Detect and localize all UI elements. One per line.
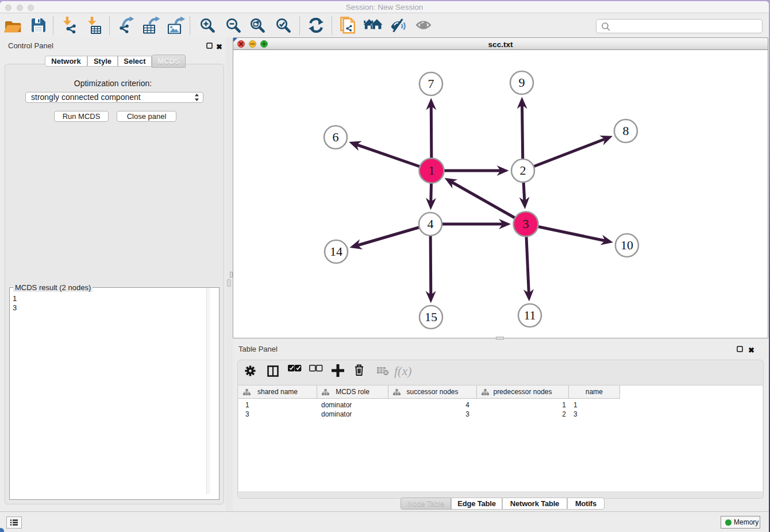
svg-text:9: 9 — [519, 75, 525, 90]
svg-text:6: 6 — [333, 130, 339, 144]
svg-text:15: 15 — [425, 310, 437, 324]
svg-text:7: 7 — [428, 76, 434, 91]
svg-text:10: 10 — [621, 238, 633, 252]
svg-text:8: 8 — [623, 124, 629, 138]
svg-text:4: 4 — [428, 217, 434, 231]
svg-text:3: 3 — [523, 217, 529, 231]
svg-text:1: 1 — [429, 163, 435, 178]
svg-text:11: 11 — [523, 308, 536, 322]
svg-text:2: 2 — [520, 163, 526, 178]
svg-text:14: 14 — [330, 244, 342, 259]
